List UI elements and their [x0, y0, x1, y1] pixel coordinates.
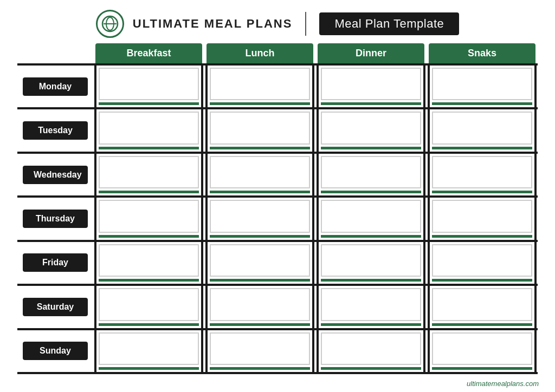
meal-cell-stripe	[432, 279, 532, 282]
day-label-cell: Monday	[17, 66, 93, 107]
col-header-snaks: Snaks	[429, 43, 535, 63]
meal-cell-dinner[interactable]	[317, 242, 425, 284]
meal-cell-snaks[interactable]	[428, 286, 537, 328]
day-row: Saturday	[17, 284, 538, 328]
meal-cell-inner	[210, 288, 310, 321]
meal-cell-dinner[interactable]	[317, 66, 425, 107]
meal-cell-stripe	[210, 102, 310, 105]
day-row: Sunday	[17, 328, 538, 374]
meal-cell-stripe	[99, 279, 199, 282]
meal-cell-inner	[321, 288, 421, 321]
meal-cell-lunch[interactable]	[205, 198, 314, 239]
col-header-breakfast: Breakfast	[95, 43, 202, 63]
meal-cell-snaks[interactable]	[428, 109, 537, 151]
day-label: Monday	[23, 77, 88, 96]
meal-cell-inner	[99, 156, 199, 188]
column-headers: Breakfast Lunch Dinner Snaks	[17, 43, 538, 63]
logo-circle	[96, 10, 124, 38]
meal-cell-stripe	[210, 147, 310, 149]
website-link: ultimatemealplans.com	[467, 380, 539, 388]
meal-cell-snaks[interactable]	[428, 154, 537, 195]
meal-cell-stripe	[321, 191, 421, 193]
meal-cell-inner	[210, 244, 310, 277]
meal-cell-breakfast[interactable]	[94, 154, 203, 195]
meal-cell-snaks[interactable]	[428, 198, 537, 239]
col-header-lunch: Lunch	[206, 43, 313, 63]
meal-cell-inner	[432, 156, 532, 188]
meal-cell-stripe	[99, 323, 199, 326]
meal-cell-dinner[interactable]	[317, 330, 425, 372]
meal-cell-inner	[432, 68, 532, 100]
meal-cell-snaks[interactable]	[428, 66, 537, 107]
day-label: Wednesday	[23, 166, 88, 184]
meal-cell-stripe	[321, 279, 421, 282]
meal-cell-inner	[321, 332, 421, 365]
day-label: Sunday	[23, 342, 88, 360]
meal-cell-stripe	[210, 235, 310, 238]
meal-cell-stripe	[321, 102, 421, 105]
day-label-cell: Friday	[17, 242, 93, 284]
day-label-cell: Thursday	[17, 198, 93, 239]
meal-cell-breakfast[interactable]	[94, 66, 203, 107]
meal-cell-breakfast[interactable]	[94, 242, 203, 284]
meal-cell-inner	[210, 112, 310, 144]
meal-cell-stripe	[432, 323, 532, 326]
meal-cell-inner	[321, 156, 421, 188]
meal-cell-inner	[99, 288, 199, 321]
day-label: Thursday	[23, 210, 88, 228]
meal-cell-inner	[99, 200, 199, 232]
meal-cell-inner	[432, 244, 532, 277]
day-row: Tuesday	[17, 107, 538, 151]
meal-cell-inner	[321, 244, 421, 277]
meal-cell-inner	[210, 200, 310, 232]
meal-cell-stripe	[321, 367, 421, 370]
meal-cell-lunch[interactable]	[205, 330, 314, 372]
meal-cell-breakfast[interactable]	[94, 286, 203, 328]
day-label-cell: Wednesday	[17, 154, 93, 195]
meal-cell-dinner[interactable]	[317, 198, 425, 239]
meal-cell-lunch[interactable]	[205, 66, 314, 107]
meal-cell-stripe	[432, 102, 532, 105]
meal-cell-inner	[321, 112, 421, 144]
meal-cell-snaks[interactable]	[428, 330, 537, 372]
meal-cell-inner	[99, 244, 199, 277]
day-row: Thursday	[17, 195, 538, 239]
meal-cell-lunch[interactable]	[205, 286, 314, 328]
meal-cell-lunch[interactable]	[205, 154, 314, 195]
meal-cell-inner	[99, 112, 199, 144]
meal-cell-dinner[interactable]	[317, 154, 425, 195]
meal-cell-inner	[432, 288, 532, 321]
meal-cell-dinner[interactable]	[317, 286, 425, 328]
meal-cell-stripe	[321, 235, 421, 238]
meal-cell-stripe	[321, 147, 421, 149]
meal-cell-stripe	[432, 191, 532, 193]
meal-cell-snaks[interactable]	[428, 242, 537, 284]
meal-cell-inner	[99, 332, 199, 365]
meal-cell-inner	[210, 332, 310, 365]
day-label-cell: Sunday	[17, 330, 93, 372]
meal-cell-stripe	[99, 191, 199, 193]
meal-cell-inner	[321, 68, 421, 100]
day-row: Wednesday	[17, 152, 538, 195]
meal-cell-breakfast[interactable]	[94, 198, 203, 239]
meal-cell-inner	[432, 200, 532, 232]
meal-cell-stripe	[432, 147, 532, 149]
day-label: Saturday	[23, 298, 88, 316]
meal-cell-stripe	[210, 191, 310, 193]
template-title: Meal Plan Template	[319, 12, 459, 35]
meal-cell-dinner[interactable]	[317, 109, 425, 151]
day-row: Monday	[17, 63, 538, 107]
day-label: Friday	[23, 253, 88, 272]
meal-cell-breakfast[interactable]	[94, 330, 203, 372]
meal-cell-breakfast[interactable]	[94, 109, 203, 151]
meal-cell-stripe	[432, 235, 532, 238]
meal-cell-lunch[interactable]	[205, 109, 314, 151]
day-label-cell: Saturday	[17, 286, 93, 328]
meal-cell-lunch[interactable]	[205, 242, 314, 284]
meal-cell-stripe	[432, 367, 532, 370]
meal-cell-inner	[210, 68, 310, 100]
brand-name: ULTIMATE MEAL PLANS	[133, 17, 293, 31]
footer: ultimatemealplans.com	[0, 380, 555, 392]
meal-cell-inner	[432, 112, 532, 144]
col-header-dinner: Dinner	[318, 43, 424, 63]
